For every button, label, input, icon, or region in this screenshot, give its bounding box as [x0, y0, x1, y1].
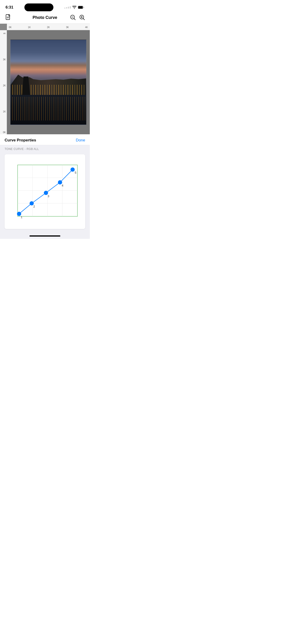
curve-label-3: 3 [48, 194, 49, 198]
document-button[interactable] [4, 14, 12, 21]
curve-label-5: 5 [74, 171, 76, 174]
signal-icon [64, 6, 71, 8]
battery-icon [78, 6, 84, 9]
tone-curve-container[interactable]: 1 2 3 4 5 [0, 152, 90, 234]
ruler-label-0k: 0K [9, 26, 12, 28]
wifi-icon [72, 6, 76, 9]
status-bar: 6:31 [0, 0, 90, 12]
nav-bar: Photo Curve [0, 12, 90, 24]
photo-image [10, 40, 86, 125]
canvas-area[interactable]: 0K 1K 2K 3K 4K 4K 3K 2K 1K 0K [0, 24, 90, 134]
curve-point-3[interactable] [44, 191, 48, 195]
dynamic-island [24, 4, 54, 11]
ruler-v-4k: 4K [3, 32, 6, 34]
ruler-label-1k: 1K [28, 26, 30, 28]
tone-curve-box[interactable]: 1 2 3 4 5 [4, 154, 85, 229]
tower-silhouette [22, 76, 30, 95]
ruler-v-3k: 3K [3, 58, 6, 60]
ruler-vertical: 4K 3K 2K 1K 0K [0, 30, 7, 134]
nav-right [71, 14, 85, 21]
ruler-v-2k: 2K [3, 84, 6, 86]
ruler-v-0k: 0K [3, 131, 6, 133]
ruler-horizontal: 0K 1K 2K 3K 4K [7, 24, 90, 30]
curve-properties-header: Curve Properties Done [0, 134, 90, 145]
water-reflection [10, 97, 86, 120]
curve-label-1: 1 [21, 215, 22, 219]
curve-properties-title: Curve Properties [4, 138, 36, 142]
curve-graph[interactable]: 1 2 3 4 5 [9, 159, 80, 224]
status-icons [64, 6, 84, 9]
done-button[interactable]: Done [76, 138, 85, 142]
ruler-v-1k: 1K [3, 110, 6, 113]
photo-canvas [7, 30, 90, 134]
zoom-in-button[interactable] [79, 14, 85, 21]
ruler-label-3k: 3K [66, 26, 69, 28]
status-time: 6:31 [6, 5, 13, 10]
zoom-out-button[interactable] [70, 14, 76, 21]
ruler-label-4k: 4K [85, 26, 88, 28]
page-title: Photo Curve [18, 15, 71, 20]
curve-label-2: 2 [34, 205, 35, 208]
photo-lights [10, 85, 86, 95]
tone-curve-label: TONE CURVE - RGB ALL [0, 145, 90, 152]
ruler-label-2k: 2K [47, 26, 50, 28]
curve-point-4[interactable] [58, 180, 62, 184]
svg-rect-1 [78, 6, 83, 9]
nav-left [4, 14, 18, 21]
curve-point-5[interactable] [70, 168, 74, 172]
home-indicator-area [0, 234, 90, 239]
curve-point-1[interactable] [17, 212, 21, 216]
curve-label-4: 4 [62, 184, 63, 187]
svg-rect-5 [18, 165, 77, 216]
curve-point-2[interactable] [30, 201, 34, 206]
home-bar [30, 236, 60, 236]
bottom-section: Curve Properties Done TONE CURVE - RGB A… [0, 134, 90, 239]
